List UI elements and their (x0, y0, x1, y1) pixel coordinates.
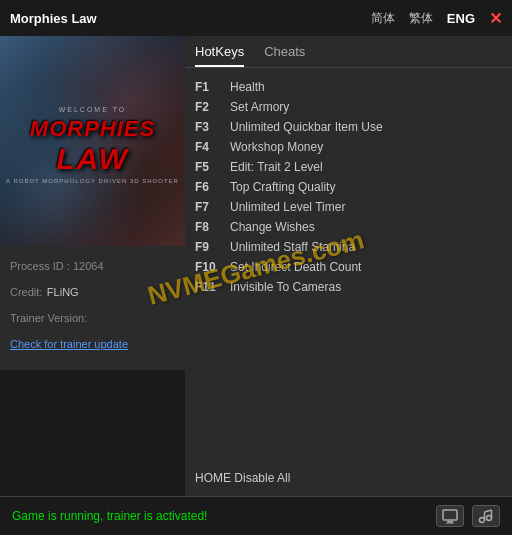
check-update-link[interactable]: Check for trainer update (10, 338, 128, 350)
cheat-item-f9: F9 Unlimited Staff Stamina (195, 240, 502, 254)
game-law-text: LAW (6, 142, 179, 176)
game-morphies-text: MORPHIES (6, 116, 179, 142)
tab-bar: HotKeys Cheats (185, 36, 512, 68)
cheat-key-f5: F5 (195, 160, 230, 174)
cheat-name-f1: Health (230, 80, 265, 94)
cheat-key-f11: F11 (195, 280, 230, 294)
cheat-key-f2: F2 (195, 100, 230, 114)
cheat-name-f6: Top Crafting Quality (230, 180, 335, 194)
left-info: Process ID : 12064 Credit: FLiNG Trainer… (0, 246, 185, 370)
process-id-row: Process ID : 12064 (10, 256, 175, 274)
lang-traditional[interactable]: 繁体 (409, 10, 433, 27)
status-icons (436, 505, 500, 527)
credit-label: Credit: (10, 286, 42, 298)
cheat-item-f2: F2 Set Armory (195, 100, 502, 114)
lang-english[interactable]: ENG (447, 11, 475, 26)
svg-rect-1 (447, 521, 453, 523)
cheat-item-f6: F6 Top Crafting Quality (195, 180, 502, 194)
music-icon[interactable] (472, 505, 500, 527)
game-subtitle-text: A ROBOT MORPHOLOGY DRIVEN 3D SHOOTER (6, 178, 179, 184)
monitor-svg (442, 508, 458, 524)
app-title: Morphies Law (10, 11, 97, 26)
lang-simplified[interactable]: 简体 (371, 10, 395, 27)
cheat-list: F1 Health F2 Set Armory F3 Unlimited Qui… (185, 68, 512, 462)
svg-line-7 (485, 510, 492, 512)
home-action-label: HOME Disable All (195, 471, 290, 485)
svg-rect-0 (443, 510, 457, 520)
cheat-name-f8: Change Wishes (230, 220, 315, 234)
right-panel: HotKeys Cheats F1 Health F2 Set Armory F… (185, 36, 512, 496)
cheat-item-f4: F4 Workshop Money (195, 140, 502, 154)
title-bar: Morphies Law 简体 繁体 ENG ✕ (0, 0, 512, 36)
process-id-label: Process ID : 12064 (10, 260, 104, 272)
status-message: Game is running, trainer is activated! (12, 509, 207, 523)
status-bar: Game is running, trainer is activated! (0, 496, 512, 535)
cheat-item-f3: F3 Unlimited Quickbar Item Use (195, 120, 502, 134)
cheat-key-f10: F10 (195, 260, 230, 274)
cheat-name-f3: Unlimited Quickbar Item Use (230, 120, 383, 134)
cheat-name-f5: Edit: Trait 2 Level (230, 160, 323, 174)
cheat-item-f1: F1 Health (195, 80, 502, 94)
cheat-name-f7: Unlimited Level Timer (230, 200, 345, 214)
music-svg (478, 508, 494, 524)
cheat-key-f9: F9 (195, 240, 230, 254)
cheat-name-f4: Workshop Money (230, 140, 323, 154)
cheat-name-f2: Set Armory (230, 100, 289, 114)
cheat-name-f10: Set Indirect Death Count (230, 260, 361, 274)
credit-value: FLiNG (47, 286, 79, 298)
tab-cheats[interactable]: Cheats (264, 44, 305, 67)
home-section: HOME Disable All (185, 462, 512, 496)
trainer-version-row: Trainer Version: (10, 308, 175, 326)
game-title-image: WELCOME TO MORPHIES LAW A ROBOT MORPHOLO… (6, 98, 179, 184)
cheat-name-f9: Unlimited Staff Stamina (230, 240, 355, 254)
cheat-name-f11: Invisible To Cameras (230, 280, 341, 294)
game-welcome-text: WELCOME TO (59, 106, 127, 113)
cheat-item-f8: F8 Change Wishes (195, 220, 502, 234)
cheat-key-f8: F8 (195, 220, 230, 234)
cheat-key-f7: F7 (195, 200, 230, 214)
close-button[interactable]: ✕ (489, 9, 502, 28)
update-link-row[interactable]: Check for trainer update (10, 334, 175, 352)
left-panel: WELCOME TO MORPHIES LAW A ROBOT MORPHOLO… (0, 36, 185, 496)
game-image: WELCOME TO MORPHIES LAW A ROBOT MORPHOLO… (0, 36, 185, 246)
monitor-icon[interactable] (436, 505, 464, 527)
cheat-item-f5: F5 Edit: Trait 2 Level (195, 160, 502, 174)
svg-rect-2 (446, 523, 454, 524)
cheat-key-f3: F3 (195, 120, 230, 134)
credit-row: Credit: FLiNG (10, 282, 175, 300)
trainer-version-label: Trainer Version: (10, 312, 87, 324)
cheat-key-f4: F4 (195, 140, 230, 154)
cheat-item-f10: F10 Set Indirect Death Count (195, 260, 502, 274)
cheat-item-f11: F11 Invisible To Cameras (195, 280, 502, 294)
main-content: WELCOME TO MORPHIES LAW A ROBOT MORPHOLO… (0, 36, 512, 496)
tab-hotkeys[interactable]: HotKeys (195, 44, 244, 67)
cheat-item-f7: F7 Unlimited Level Timer (195, 200, 502, 214)
title-bar-actions: 简体 繁体 ENG ✕ (371, 9, 502, 28)
cheat-key-f6: F6 (195, 180, 230, 194)
cheat-key-f1: F1 (195, 80, 230, 94)
